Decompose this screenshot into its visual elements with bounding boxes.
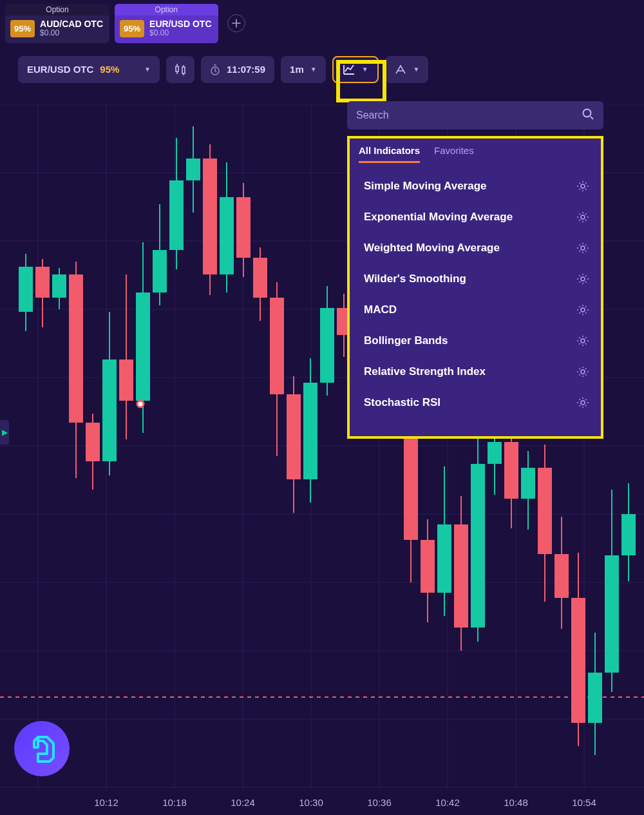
svg-rect-48 [203, 158, 217, 274]
add-tab-button[interactable] [227, 14, 245, 32]
gear-icon[interactable] [576, 242, 589, 254]
indicator-item[interactable]: Simple Moving Average [359, 171, 594, 202]
svg-rect-74 [421, 540, 435, 593]
time-value: 11:07:59 [227, 64, 265, 75]
indicator-item[interactable]: Wilder's Smoothing [359, 264, 594, 294]
chevron-down-icon: ▼ [310, 66, 317, 73]
logo-icon [25, 732, 59, 765]
payout-badge: 95% [120, 20, 144, 37]
chevron-right-icon: ▶ [2, 428, 8, 437]
svg-rect-98 [621, 514, 636, 555]
x-tick-label: 10:30 [299, 797, 323, 808]
svg-rect-58 [287, 394, 301, 479]
interval-selector[interactable]: 1m ▼ [281, 56, 326, 83]
gear-icon[interactable] [576, 211, 589, 224]
svg-rect-34 [86, 423, 100, 461]
gear-icon[interactable] [576, 365, 589, 378]
tab-type-label: Option [5, 4, 109, 15]
indicator-item[interactable]: Bollinger Bands [359, 325, 594, 356]
chart-type-button[interactable] [166, 56, 194, 83]
indicator-label: Bollinger Bands [364, 334, 448, 347]
tab-all-indicators[interactable]: All Indicators [359, 145, 420, 163]
svg-rect-40 [136, 292, 150, 401]
gear-icon[interactable] [576, 180, 589, 193]
gear-icon[interactable] [576, 303, 589, 316]
asset-tabs-row: Option 95% AUD/CAD OTC $0.00 Option 95% … [0, 0, 644, 47]
svg-rect-90 [554, 554, 569, 598]
svg-point-105 [581, 308, 585, 312]
clock-icon [210, 64, 220, 75]
asset-tab-aud-cad[interactable]: Option 95% AUD/CAD OTC $0.00 [5, 4, 109, 43]
svg-rect-96 [605, 555, 619, 673]
drawing-tools-button[interactable]: ▼ [385, 56, 429, 83]
svg-point-107 [581, 370, 585, 374]
svg-rect-42 [153, 250, 167, 292]
indicator-label: Weighted Moving Average [364, 242, 500, 254]
search-icon [582, 108, 594, 123]
svg-point-100 [583, 110, 591, 117]
svg-rect-28 [35, 267, 50, 298]
svg-rect-62 [320, 308, 334, 383]
gear-icon[interactable] [576, 273, 589, 285]
indicator-search-box[interactable] [347, 101, 603, 129]
indicator-label: Simple Moving Average [364, 180, 487, 193]
tab-pair-label: EUR/USD OTC [149, 19, 211, 29]
svg-rect-38 [119, 360, 133, 401]
x-axis: 10:1210:1810:2410:3010:3610:4210:4810:54 [0, 789, 644, 815]
svg-point-101 [581, 184, 585, 188]
indicator-item[interactable]: Relative Strength Index [359, 356, 594, 387]
svg-rect-50 [220, 197, 234, 274]
svg-rect-54 [253, 258, 267, 298]
indicator-label: Wilder's Smoothing [364, 273, 466, 285]
x-tick-label: 10:18 [162, 797, 187, 808]
indicator-item[interactable]: Weighted Moving Average [359, 233, 594, 264]
asset-selector[interactable]: EUR/USD OTC 95% ▼ [18, 56, 160, 83]
gear-icon[interactable] [576, 334, 589, 347]
indicators-panel: All Indicators Favorites Simple Moving A… [347, 101, 603, 439]
indicator-item[interactable]: Exponential Moving Average [359, 202, 594, 233]
svg-point-108 [581, 401, 585, 405]
x-tick-label: 10:42 [435, 797, 460, 808]
svg-rect-86 [521, 468, 535, 499]
indicator-label: Stochastic RSI [364, 396, 440, 409]
tab-pair-label: AUD/CAD OTC [40, 19, 103, 29]
chevron-down-icon: ▼ [362, 66, 368, 73]
asset-tab-eur-usd[interactable]: Option 95% EUR/USD OTC $0.00 [115, 4, 218, 43]
svg-point-102 [581, 215, 585, 219]
svg-rect-52 [236, 197, 251, 258]
svg-rect-60 [303, 383, 317, 479]
indicator-panel-tabs: All Indicators Favorites [350, 139, 601, 163]
svg-rect-26 [19, 267, 33, 312]
svg-rect-80 [471, 464, 485, 628]
svg-rect-30 [52, 274, 66, 298]
svg-rect-44 [169, 180, 184, 250]
drawing-icon [394, 64, 407, 75]
svg-rect-84 [504, 442, 518, 499]
indicator-label: MACD [364, 303, 397, 316]
plus-icon [232, 19, 241, 28]
indicators-button[interactable]: ▼ [332, 56, 379, 83]
svg-point-104 [581, 277, 585, 281]
indicator-search-input[interactable] [356, 110, 582, 121]
svg-rect-56 [270, 298, 284, 394]
gear-icon[interactable] [576, 396, 589, 409]
svg-point-99 [137, 401, 144, 407]
indicator-item[interactable]: Stochastic RSI [359, 387, 594, 418]
indicator-item[interactable]: MACD [359, 294, 594, 325]
x-tick-label: 10:36 [367, 797, 392, 808]
time-display[interactable]: 11:07:59 [201, 56, 274, 83]
svg-point-106 [581, 339, 585, 343]
indicator-label: Exponential Moving Average [364, 211, 513, 224]
x-tick-label: 10:24 [231, 797, 255, 808]
brand-logo [14, 721, 70, 776]
indicator-label: Relative Strength Index [364, 365, 486, 378]
tab-type-label: Option [115, 4, 218, 15]
svg-rect-82 [488, 442, 502, 464]
chevron-down-icon: ▼ [413, 66, 420, 73]
x-tick-label: 10:48 [504, 797, 528, 808]
indicator-list: Simple Moving AverageExponential Moving … [350, 163, 601, 418]
expand-sidebar-handle[interactable]: ▶ [0, 420, 9, 445]
tab-favorites[interactable]: Favorites [434, 145, 474, 163]
svg-rect-92 [571, 598, 585, 723]
svg-rect-32 [69, 274, 83, 423]
